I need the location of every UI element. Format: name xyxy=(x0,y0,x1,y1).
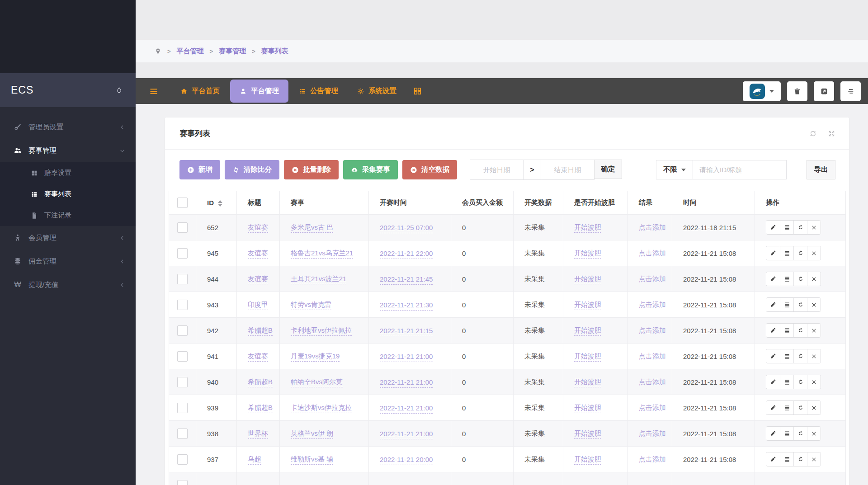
breadcrumb-link[interactable]: 平台管理 xyxy=(177,47,204,56)
row-delete-button[interactable] xyxy=(807,452,821,466)
start-time-link[interactable]: 2022-11-21 21:00 xyxy=(380,378,433,388)
add-result-link[interactable]: 点击添加 xyxy=(639,223,666,231)
sort-icon[interactable] xyxy=(218,200,222,207)
league-link[interactable]: 希腊超B xyxy=(248,404,273,413)
add-result-link[interactable]: 点击添加 xyxy=(639,404,666,411)
start-date-input[interactable] xyxy=(470,160,524,180)
toolbar-action-button[interactable]: 清除比分 xyxy=(225,160,279,179)
match-link[interactable]: 丹麦19vs捷克19 xyxy=(291,352,340,362)
start-bodan-link[interactable]: 开始波胆 xyxy=(574,249,601,259)
breadcrumb-link[interactable]: 赛事列表 xyxy=(261,47,288,56)
row-refresh-button[interactable] xyxy=(793,427,807,440)
start-time-link[interactable]: 2022-11-21 20:00 xyxy=(380,456,433,465)
start-time-link[interactable]: 2022-11-21 22:00 xyxy=(380,250,433,259)
sidebar-item[interactable]: 会员管理 xyxy=(0,226,136,250)
add-result-link[interactable]: 点击添加 xyxy=(639,249,666,257)
hamburger-menu-icon[interactable] xyxy=(149,87,158,96)
row-refresh-button[interactable] xyxy=(793,375,807,389)
row-detail-button[interactable] xyxy=(780,221,793,234)
toolbar-action-button[interactable]: 清空数据 xyxy=(402,160,457,179)
match-link[interactable]: 卡利地亚vs伊拉佩拉 xyxy=(291,326,352,336)
add-result-link[interactable]: 点击添加 xyxy=(639,455,666,463)
nav-tab[interactable]: 平台管理 xyxy=(230,80,288,103)
row-refresh-button[interactable] xyxy=(793,349,807,363)
row-delete-button[interactable] xyxy=(807,427,821,440)
sidebar-item[interactable]: ₩提现/充值 xyxy=(0,273,136,297)
sidebar-subitem[interactable]: 赔率设置 xyxy=(0,162,136,184)
row-checkbox[interactable] xyxy=(177,274,188,284)
row-detail-button[interactable] xyxy=(780,298,793,311)
row-edit-button[interactable] xyxy=(766,401,780,414)
toolbar-action-button[interactable]: 新增 xyxy=(179,160,220,179)
refresh-icon[interactable] xyxy=(809,130,817,137)
start-bodan-link[interactable]: 开始波胆 xyxy=(574,275,601,284)
row-edit-button[interactable] xyxy=(766,221,780,234)
row-checkbox[interactable] xyxy=(177,351,188,362)
start-time-link[interactable]: 2022-11-21 21:00 xyxy=(380,430,433,439)
row-checkbox[interactable] xyxy=(177,403,188,413)
row-detail-button[interactable] xyxy=(780,324,793,337)
row-delete-button[interactable] xyxy=(807,324,821,337)
export-button[interactable]: 导出 xyxy=(807,160,835,179)
sidebar-subitem[interactable]: 赛事列表 xyxy=(0,184,136,205)
league-link[interactable]: 希腊超B xyxy=(248,326,273,336)
breadcrumb-link[interactable]: 赛事管理 xyxy=(219,47,246,56)
match-link[interactable]: 多米尼vs古 巴 xyxy=(291,223,333,233)
row-refresh-button[interactable] xyxy=(793,401,807,414)
row-edit-button[interactable] xyxy=(766,324,780,337)
row-refresh-button[interactable] xyxy=(793,246,807,260)
league-link[interactable]: 友谊赛 xyxy=(248,352,268,362)
user-avatar-button[interactable] xyxy=(743,81,781,101)
start-time-link[interactable]: 2022-11-21 21:30 xyxy=(380,301,433,311)
sidebar-item[interactable]: 赛事管理 xyxy=(0,139,136,162)
add-result-link[interactable]: 点击添加 xyxy=(639,326,666,334)
select-all-checkbox[interactable] xyxy=(177,198,188,208)
add-result-link[interactable]: 点击添加 xyxy=(639,378,666,386)
external-link-button[interactable] xyxy=(814,81,834,101)
row-checkbox[interactable] xyxy=(177,222,188,233)
row-detail-button[interactable] xyxy=(780,375,793,389)
sidebar-item[interactable]: 管理员设置 xyxy=(0,115,136,139)
match-link[interactable]: 帕纳辛Bvs阿尔莫 xyxy=(291,378,343,387)
row-refresh-button[interactable] xyxy=(793,298,807,311)
row-edit-button[interactable] xyxy=(766,427,780,440)
match-link[interactable]: 土耳其21vs波兰21 xyxy=(291,275,346,284)
match-link[interactable]: 卡迪沙斯vs伊拉克拉 xyxy=(291,404,352,413)
row-checkbox[interactable] xyxy=(177,428,188,439)
league-link[interactable]: 世界杯 xyxy=(248,429,268,439)
row-checkbox[interactable] xyxy=(177,454,188,465)
row-detail-button[interactable] xyxy=(780,349,793,363)
row-refresh-button[interactable] xyxy=(793,452,807,466)
start-time-link[interactable]: 2022-11-21 21:00 xyxy=(380,404,433,414)
start-time-link[interactable]: 2022-11-21 21:45 xyxy=(380,275,433,285)
row-delete-button[interactable] xyxy=(807,349,821,363)
league-link[interactable]: 希腊超B xyxy=(248,378,273,387)
row-delete-button[interactable] xyxy=(807,375,821,389)
start-bodan-link[interactable]: 开始波胆 xyxy=(574,326,601,336)
league-link[interactable]: 友谊赛 xyxy=(248,223,268,233)
row-edit-button[interactable] xyxy=(766,298,780,311)
add-result-link[interactable]: 点击添加 xyxy=(639,352,666,360)
confirm-button[interactable]: 确定 xyxy=(594,160,622,179)
row-delete-button[interactable] xyxy=(807,401,821,414)
row-edit-button[interactable] xyxy=(766,272,780,286)
match-link[interactable]: 格鲁吉21vs乌克兰21 xyxy=(291,249,353,259)
filter-dropdown[interactable]: 不限 xyxy=(656,160,693,179)
row-detail-button[interactable] xyxy=(780,427,793,440)
row-delete-button[interactable] xyxy=(807,221,821,234)
row-delete-button[interactable] xyxy=(807,298,821,311)
start-bodan-link[interactable]: 开始波胆 xyxy=(574,223,601,233)
league-link[interactable]: 友谊赛 xyxy=(248,275,268,284)
row-refresh-button[interactable] xyxy=(793,221,807,234)
sidebar-item[interactable]: 佣金管理 xyxy=(0,250,136,273)
search-input[interactable] xyxy=(693,160,787,179)
nav-tab[interactable]: 系统设置 xyxy=(348,78,406,104)
start-bodan-link[interactable]: 开始波胆 xyxy=(574,378,601,387)
league-link[interactable]: 乌超 xyxy=(248,455,261,465)
row-checkbox[interactable] xyxy=(177,480,188,485)
nav-tab[interactable]: 公告管理 xyxy=(289,78,348,104)
row-checkbox[interactable] xyxy=(177,377,188,387)
row-detail-button[interactable] xyxy=(780,401,793,414)
row-refresh-button[interactable] xyxy=(793,324,807,337)
nav-tab[interactable]: 平台首页 xyxy=(171,78,229,104)
